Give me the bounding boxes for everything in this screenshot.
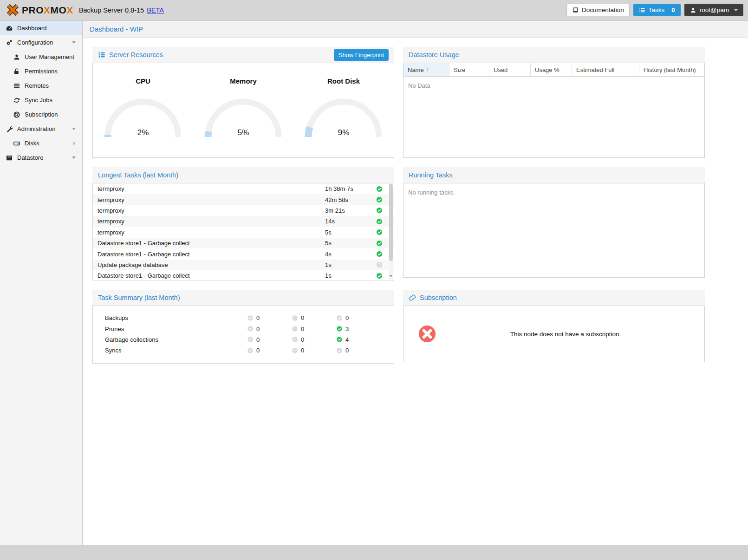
sidebar-item-user-management[interactable]: User Management — [0, 50, 82, 64]
tasks-label: Tasks — [649, 7, 665, 13]
check-circle-icon — [336, 336, 343, 343]
check-circle-icon — [376, 186, 383, 192]
no-subscription-icon — [418, 325, 436, 343]
sidebar-item-label: Permissions — [25, 68, 58, 75]
life-ring-icon — [13, 111, 20, 118]
ok-count: 0 — [345, 347, 349, 354]
server-resources-panel: Server Resources Show Fingerprint CPU 2%… — [92, 47, 394, 158]
sidebar-item-sync-jobs[interactable]: Sync Jobs — [0, 93, 82, 107]
task-row[interactable]: Datastore store1 - Garbage collect 4s ? — [93, 248, 394, 259]
task-duration: 4s — [325, 251, 371, 258]
summary-row-syncs: Syncs 0 0 0 — [93, 345, 394, 356]
documentation-button[interactable]: Documentation — [566, 4, 630, 16]
sidebar-item-datastore[interactable]: Datastore — [0, 150, 82, 165]
documentation-label: Documentation — [582, 7, 624, 13]
gears-icon — [6, 39, 13, 46]
sidebar-item-configuration[interactable]: Configuration — [0, 35, 82, 50]
show-fingerprint-button[interactable]: Show Fingerprint — [334, 49, 389, 61]
hdd-icon — [13, 140, 20, 147]
task-row[interactable]: Datastore store1 - Garbage collect 5s ? — [93, 238, 394, 248]
caret-down-icon[interactable] — [72, 41, 76, 44]
ok-count: 4 — [345, 336, 349, 343]
summary-row-backups: Backups 0 0 0 — [93, 313, 394, 323]
sidebar-item-label: Subscription — [25, 111, 58, 118]
main-content: Dashboard - WIP Server Resources Show Fi… — [83, 21, 748, 545]
panel-title: Datastore Usage — [409, 51, 459, 59]
error-count: 0 — [256, 347, 260, 354]
sidebar-item-subscription[interactable]: Subscription — [0, 107, 82, 122]
check-circle-icon — [336, 315, 343, 321]
check-circle-icon — [376, 240, 383, 247]
task-row[interactable]: Datastore store1 - Garbage collect 1s ? — [93, 270, 394, 280]
task-name: Update package database — [93, 261, 325, 268]
running-tasks-panel: Running Tasks No running tasks — [403, 167, 705, 278]
logo-wordmark: PROXMOX — [22, 5, 73, 16]
check-circle-icon — [376, 229, 383, 235]
warning-circle-icon — [292, 347, 298, 354]
svg-text:?: ? — [378, 262, 380, 267]
gauge-label: Root Disk — [297, 77, 390, 85]
datastore-table-header: Name ↑ Size Used Usage % Estimated Full … — [403, 63, 704, 77]
sidebar-item-label: Dashboard — [17, 25, 47, 32]
error-circle-icon — [247, 336, 254, 343]
user-menu-button[interactable]: root@pam — [684, 4, 743, 16]
tasks-button[interactable]: Tasks 0 — [633, 4, 681, 16]
task-row[interactable]: termproxy 1h 38m 7s ? — [93, 183, 394, 194]
task-row[interactable]: termproxy 5s ? — [93, 227, 394, 238]
sidebar-item-administration[interactable]: Administration — [0, 122, 82, 136]
check-circle-icon — [376, 273, 383, 279]
error-circle-icon — [247, 315, 254, 321]
viewport-bottom-strip — [0, 545, 748, 560]
caret-down-icon[interactable] — [72, 156, 76, 159]
error-count: 0 — [256, 326, 260, 332]
sort-up-icon: ↑ — [426, 66, 429, 73]
task-duration: 1s — [325, 261, 371, 268]
check-circle-icon — [376, 196, 383, 203]
column-header-used[interactable]: Used — [489, 63, 531, 76]
task-row[interactable]: termproxy 14s ? — [93, 216, 394, 227]
task-duration: 14s — [325, 218, 371, 225]
task-row[interactable]: termproxy 3m 21s ? — [93, 205, 394, 216]
page-title: Dashboard - WIP — [90, 25, 143, 33]
task-row[interactable]: Update package database 1s ? — [93, 260, 394, 270]
panel-title: Task Summary (last Month) — [98, 294, 180, 301]
check-circle-icon — [376, 207, 383, 214]
column-header-usage-pct[interactable]: Usage % — [531, 63, 572, 76]
beta-link[interactable]: BETA — [147, 7, 164, 14]
task-name: Datastore store1 - Garbage collect — [93, 251, 325, 258]
sidebar: Dashboard Configuration User Management … — [0, 21, 83, 545]
column-header-size[interactable]: Size — [449, 63, 489, 76]
scrollbar-thumb[interactable] — [389, 184, 393, 261]
column-header-name[interactable]: Name ↑ — [403, 63, 449, 76]
caret-down-icon[interactable] — [72, 128, 76, 130]
task-duration: 1s — [325, 272, 371, 279]
check-circle-icon — [336, 326, 343, 332]
warning-circle-icon — [292, 326, 298, 332]
datastore-usage-panel: Datastore Usage Name ↑ Size Used Usage %… — [403, 47, 705, 158]
check-circle-icon — [336, 347, 343, 354]
sidebar-item-label: Configuration — [17, 39, 53, 46]
warning-count: 0 — [301, 326, 304, 332]
task-name: termproxy — [93, 196, 325, 203]
summary-row-prunes: Prunes 0 0 3 — [93, 323, 394, 334]
sidebar-item-dashboard[interactable]: Dashboard — [0, 21, 82, 35]
scrollbar[interactable] — [389, 184, 393, 280]
memory-gauge: Memory 5% — [197, 77, 290, 157]
column-header-history[interactable]: History (last Month) — [639, 63, 704, 76]
summary-label: Garbage collections — [93, 336, 247, 343]
page-title-bar: Dashboard - WIP — [83, 21, 748, 38]
proxmox-logo: PROXMOX — [7, 4, 73, 16]
sidebar-item-disks[interactable]: Disks — [0, 136, 82, 150]
sidebar-item-remotes[interactable]: Remotes — [0, 78, 82, 93]
task-name: termproxy — [93, 218, 325, 225]
unlock-icon — [13, 68, 20, 75]
sidebar-item-permissions[interactable]: Permissions — [0, 64, 82, 78]
check-circle-icon — [376, 218, 383, 225]
column-header-estimated-full[interactable]: Estimated Full — [572, 63, 639, 76]
task-row[interactable]: termproxy 42m 58s ? — [93, 194, 394, 205]
scrollbar-down-arrow[interactable] — [389, 272, 393, 279]
chevron-down-icon — [734, 9, 738, 11]
task-name: Datastore store1 - Garbage collect — [93, 240, 325, 247]
caret-right-icon[interactable] — [73, 142, 76, 145]
summary-label: Syncs — [93, 347, 247, 354]
